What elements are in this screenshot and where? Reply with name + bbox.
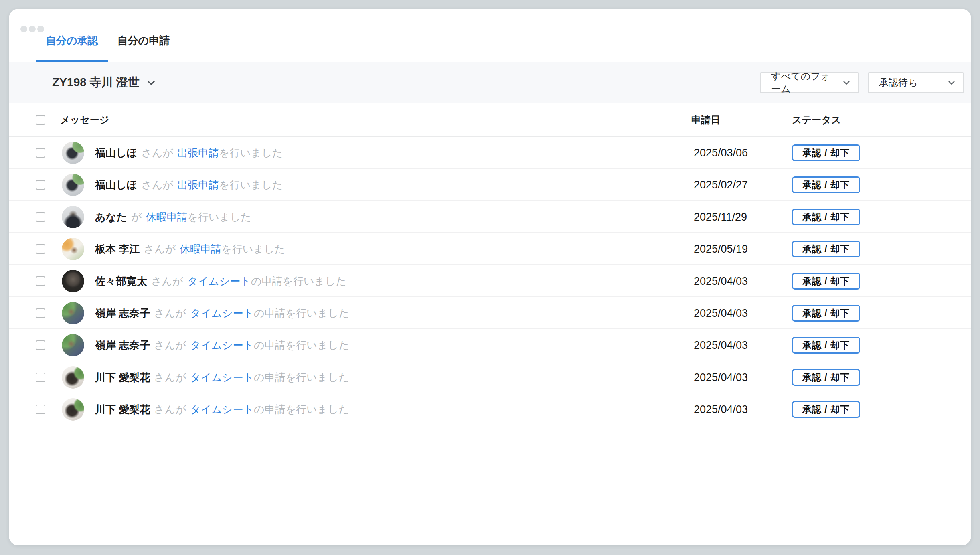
row-date: 2025/04/03	[694, 361, 748, 393]
row-suffix: を行いました	[221, 242, 285, 256]
row-message: 川下 愛梨花 さんが タイムシート の申請を行いました	[95, 361, 349, 393]
approve-reject-button[interactable]: 承認 / 却下	[792, 209, 860, 225]
row-message: あなた が 休暇申請 を行いました	[95, 201, 251, 233]
row-form-link[interactable]: 出張申請	[177, 146, 219, 160]
table-header-row: メッセージ 申請日 ステータス	[9, 103, 971, 137]
row-checkbox[interactable]	[36, 405, 45, 414]
row-connector: さんが	[154, 338, 186, 352]
row-checkbox[interactable]	[36, 212, 45, 222]
chevron-down-icon	[146, 77, 156, 88]
row-suffix: の申請を行いました	[254, 371, 349, 385]
approve-reject-button[interactable]: 承認 / 却下	[792, 241, 860, 257]
approve-reject-button[interactable]: 承認 / 却下	[792, 401, 860, 418]
row-date: 2025/05/19	[694, 233, 748, 265]
approve-reject-button[interactable]: 承認 / 却下	[792, 305, 860, 322]
row-date: 2025/04/03	[694, 297, 748, 329]
table-row: 嶺岸 志奈子 さんが タイムシート の申請を行いました 2025/04/03 承…	[9, 297, 971, 329]
avatar	[62, 270, 84, 292]
approver-selector[interactable]: ZY198 寺川 澄世	[52, 62, 156, 103]
row-name: 川下 愛梨花	[95, 371, 150, 385]
row-form-link[interactable]: タイムシート	[190, 338, 254, 352]
filters: すべてのフォーム 承認待ち	[760, 62, 964, 103]
tab-my-approvals[interactable]: 自分の承認	[36, 21, 108, 62]
row-message: 福山しほ さんが 出張申請 を行いました	[95, 137, 283, 169]
approve-reject-button[interactable]: 承認 / 却下	[792, 337, 860, 354]
row-date: 2025/04/03	[694, 265, 748, 297]
avatar	[62, 238, 84, 260]
row-suffix: の申請を行いました	[254, 338, 349, 352]
row-name: 福山しほ	[95, 178, 137, 192]
row-message: 佐々部寛太 さんが タイムシート の申請を行いました	[95, 265, 346, 297]
table-row: 福山しほ さんが 出張申請 を行いました 2025/03/06 承認 / 却下	[9, 137, 971, 169]
approve-reject-button[interactable]: 承認 / 却下	[792, 369, 860, 386]
row-checkbox[interactable]	[36, 373, 45, 382]
table-row: 福山しほ さんが 出張申請 を行いました 2025/02/27 承認 / 却下	[9, 169, 971, 201]
table-row: 佐々部寛太 さんが タイムシート の申請を行いました 2025/04/03 承認…	[9, 265, 971, 297]
row-form-link[interactable]: タイムシート	[190, 306, 254, 320]
app-window: 自分の承認 自分の申請 ZY198 寺川 澄世 すべてのフォーム 承認待ち	[9, 9, 971, 545]
filter-band: ZY198 寺川 澄世 すべてのフォーム 承認待ち	[9, 62, 971, 103]
row-suffix: の申請を行いました	[254, 403, 349, 417]
column-header-message: メッセージ	[60, 103, 109, 136]
row-name: 板本 李江	[95, 242, 140, 256]
column-header-status: ステータス	[792, 103, 841, 136]
row-name: 川下 愛梨花	[95, 403, 150, 417]
row-message: 嶺岸 志奈子 さんが タイムシート の申請を行いました	[95, 329, 349, 361]
table-row: あなた が 休暇申請 を行いました 2025/11/29 承認 / 却下	[9, 201, 971, 233]
row-suffix: の申請を行いました	[251, 274, 346, 288]
row-form-link[interactable]: タイムシート	[190, 403, 254, 417]
row-date: 2025/04/03	[694, 329, 748, 361]
row-connector: さんが	[144, 242, 176, 256]
row-message: 福山しほ さんが 出張申請 を行いました	[95, 169, 283, 201]
row-date: 2025/11/29	[694, 201, 747, 233]
chevron-down-icon	[947, 78, 956, 87]
row-suffix: を行いました	[219, 146, 283, 160]
approve-reject-button[interactable]: 承認 / 却下	[792, 273, 860, 290]
row-checkbox[interactable]	[36, 276, 45, 286]
avatar	[62, 398, 84, 421]
row-form-link[interactable]: 休暇申請	[180, 242, 221, 256]
row-suffix: を行いました	[219, 178, 283, 192]
row-suffix: の申請を行いました	[254, 306, 349, 320]
table-row: 川下 愛梨花 さんが タイムシート の申請を行いました 2025/04/03 承…	[9, 393, 971, 425]
approve-reject-button[interactable]: 承認 / 却下	[792, 144, 860, 161]
row-checkbox[interactable]	[36, 180, 45, 190]
row-connector: さんが	[141, 178, 173, 192]
row-form-link[interactable]: タイムシート	[187, 274, 251, 288]
row-form-link[interactable]: 休暇申請	[146, 210, 187, 224]
row-connector: さんが	[141, 146, 173, 160]
row-connector: が	[131, 210, 142, 224]
avatar	[62, 302, 84, 324]
row-name: あなた	[95, 210, 127, 224]
select-all-checkbox[interactable]	[36, 115, 45, 125]
row-connector: さんが	[154, 403, 186, 417]
table-row: 嶺岸 志奈子 さんが タイムシート の申請を行いました 2025/04/03 承…	[9, 329, 971, 361]
form-filter-dropdown[interactable]: すべてのフォーム	[760, 72, 859, 93]
row-checkbox[interactable]	[36, 308, 45, 318]
row-date: 2025/03/06	[694, 137, 748, 169]
row-name: 福山しほ	[95, 146, 137, 160]
row-form-link[interactable]: 出張申請	[177, 178, 219, 192]
form-filter-value: すべてのフォーム	[771, 70, 834, 95]
avatar	[62, 142, 84, 164]
row-checkbox[interactable]	[36, 244, 45, 254]
tab-my-requests[interactable]: 自分の申請	[108, 21, 180, 62]
status-filter-dropdown[interactable]: 承認待ち	[868, 72, 964, 93]
row-form-link[interactable]: タイムシート	[190, 371, 254, 385]
row-name: 佐々部寛太	[95, 274, 147, 288]
row-date: 2025/04/03	[694, 393, 748, 425]
row-connector: さんが	[154, 371, 186, 385]
row-name: 嶺岸 志奈子	[95, 338, 150, 352]
row-suffix: を行いました	[187, 210, 251, 224]
row-connector: さんが	[151, 274, 183, 288]
row-message: 嶺岸 志奈子 さんが タイムシート の申請を行いました	[95, 297, 349, 329]
row-message: 川下 愛梨花 さんが タイムシート の申請を行いました	[95, 393, 349, 425]
row-checkbox[interactable]	[36, 148, 45, 158]
row-connector: さんが	[154, 306, 186, 320]
approve-reject-button[interactable]: 承認 / 却下	[792, 176, 860, 193]
status-filter-value: 承認待ち	[879, 76, 918, 89]
row-date: 2025/02/27	[694, 169, 748, 201]
window-dot-icon	[20, 26, 27, 32]
row-checkbox[interactable]	[36, 340, 45, 350]
avatar	[62, 334, 84, 356]
